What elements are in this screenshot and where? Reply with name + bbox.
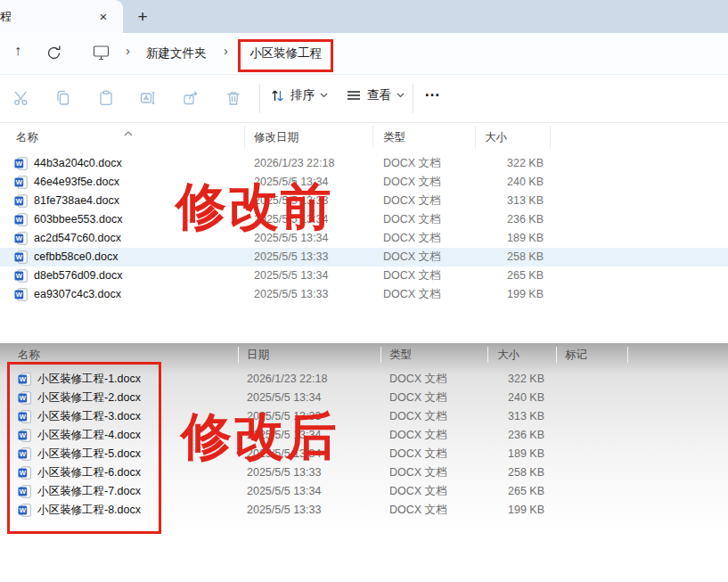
svg-text:W: W: [16, 291, 23, 299]
file-size: 322 KB: [476, 154, 551, 173]
refresh-icon[interactable]: [45, 45, 62, 65]
file-row[interactable]: W小区装修工程-2.docx2025/5/5 13:34DOCX 文档240 K…: [0, 389, 728, 407]
word-file-icon: W: [14, 213, 28, 226]
svg-text:W: W: [20, 413, 27, 421]
toolbar-divider: [259, 84, 260, 113]
address-bar: ↑ › 新建文件夹 › 小区装修工程: [0, 33, 728, 75]
word-file-icon: W: [18, 410, 31, 423]
file-name: 小区装修工程-4.docx: [37, 426, 141, 445]
file-type: DOCX 文档: [373, 154, 476, 173]
file-date: 2025/5/5 13:33: [245, 248, 373, 266]
column-header-date[interactable]: 日期: [239, 347, 381, 363]
file-row[interactable]: W小区装修工程-8.docx2025/5/5 13:33DOCX 文档199 K…: [0, 501, 728, 520]
svg-text:W: W: [16, 197, 23, 205]
file-tags: [557, 445, 628, 463]
file-row[interactable]: W小区装修工程-4.docx2025/5/5 13:34DOCX 文档236 K…: [0, 426, 728, 445]
breadcrumb-chevron-icon: ›: [126, 43, 130, 58]
file-date: 2025/5/5 13:33: [239, 501, 381, 520]
command-toolbar: 排序 查看 …: [0, 75, 728, 123]
tab-bar: 程 × +: [0, 0, 728, 33]
file-explorer-window: 程 × + ↑ › 新建文件夹 › 小区装修工程: [0, 0, 728, 582]
file-date: 2025/5/5 13:34: [245, 266, 373, 285]
file-date: 2025/5/5 13:34: [239, 445, 381, 463]
file-tags: [557, 426, 628, 445]
file-row[interactable]: Wea9307c4c3.docx2025/5/5 13:33DOCX 文档199…: [0, 285, 728, 304]
column-header-size[interactable]: 大小: [476, 126, 551, 149]
svg-text:W: W: [16, 253, 23, 261]
column-header-name[interactable]: 名称: [0, 347, 239, 363]
copy-icon[interactable]: [54, 89, 72, 107]
tab-title: 程: [0, 9, 11, 25]
column-header-tags[interactable]: 标记: [557, 347, 628, 363]
new-tab-button[interactable]: +: [131, 5, 154, 29]
cut-icon[interactable]: [12, 89, 30, 107]
file-name: 小区装修工程-3.docx: [37, 407, 141, 426]
file-row[interactable]: W小区装修工程-6.docx2025/5/5 13:33DOCX 文档258 K…: [0, 463, 728, 482]
column-header-name[interactable]: 名称: [0, 126, 245, 149]
file-row[interactable]: Wcefbb58ce0.docx2025/5/5 13:33DOCX 文档258…: [0, 248, 728, 266]
explorer-tab[interactable]: 程 ×: [0, 0, 123, 33]
file-tags: [557, 501, 628, 520]
file-type: DOCX 文档: [373, 173, 476, 192]
paste-icon[interactable]: [97, 89, 115, 107]
breadcrumb-chevron-icon: ›: [224, 43, 228, 58]
sort-button[interactable]: 排序: [270, 87, 328, 103]
file-row[interactable]: W81fe738ae4.docx2025/5/5 13:33DOCX 文档313…: [0, 192, 728, 210]
file-row[interactable]: W603bbee553.docx2025/5/5 13:34DOCX 文档236…: [0, 210, 728, 229]
file-type: DOCX 文档: [381, 482, 488, 501]
rename-icon[interactable]: [139, 89, 157, 107]
breadcrumb-folder[interactable]: 新建文件夹: [146, 45, 207, 61]
file-row[interactable]: Wac2d547c60.docx2025/5/5 13:34DOCX 文档189…: [0, 229, 728, 248]
file-row[interactable]: W小区装修工程-1.docx2026/1/23 22:18DOCX 文档322 …: [0, 370, 728, 389]
up-icon[interactable]: ↑: [8, 43, 28, 59]
more-options-button[interactable]: …: [424, 82, 441, 101]
delete-icon[interactable]: [225, 89, 242, 107]
file-name-cell: W小区装修工程-2.docx: [0, 389, 239, 407]
file-name: 小区装修工程-1.docx: [37, 370, 141, 389]
file-size: 322 KB: [488, 370, 557, 389]
file-type: DOCX 文档: [373, 248, 476, 266]
word-file-icon: W: [18, 373, 31, 386]
file-row[interactable]: W46e4e93f5e.docx2025/5/5 13:34DOCX 文档240…: [0, 173, 728, 192]
file-row[interactable]: W小区装修工程-5.docx2025/5/5 13:34DOCX 文档189 K…: [0, 445, 728, 463]
close-tab-icon[interactable]: ×: [93, 6, 114, 27]
file-date: 2025/5/5 13:34: [245, 173, 373, 192]
bottom-list-header: 名称 日期 类型 大小 标记: [0, 347, 628, 363]
word-file-icon: W: [14, 157, 28, 170]
file-name-cell: W81fe738ae4.docx: [0, 192, 245, 210]
sort-ascending-icon: [124, 124, 133, 140]
file-tags: [557, 482, 628, 501]
file-row[interactable]: W小区装修工程-3.docx2025/5/5 13:33DOCX 文档313 K…: [0, 407, 728, 426]
file-date: 2025/5/5 13:34: [239, 482, 381, 501]
view-button[interactable]: 查看: [346, 87, 405, 103]
file-row[interactable]: W44b3a204c0.docx2026/1/23 22:18DOCX 文档32…: [0, 154, 728, 173]
file-name-cell: W小区装修工程-7.docx: [0, 482, 239, 501]
file-row[interactable]: Wd8eb576d09.docx2025/5/5 13:34DOCX 文档265…: [0, 266, 728, 285]
this-pc-icon[interactable]: [93, 45, 110, 64]
file-type: DOCX 文档: [381, 501, 488, 520]
word-file-icon: W: [18, 447, 31, 461]
word-file-icon: W: [14, 194, 28, 208]
view-lines-icon: [346, 88, 362, 102]
file-name: 44b3a204c0.docx: [34, 154, 122, 173]
column-header-type[interactable]: 类型: [373, 126, 476, 149]
file-size: 199 KB: [488, 501, 557, 520]
column-header-date-modified[interactable]: 修改日期: [245, 126, 373, 149]
column-header-type[interactable]: 类型: [381, 347, 488, 363]
file-row[interactable]: W小区装修工程-7.docx2025/5/5 13:34DOCX 文档265 K…: [0, 482, 728, 501]
file-size: 258 KB: [488, 463, 557, 482]
file-date: 2025/5/5 13:33: [239, 463, 381, 482]
file-name-cell: W小区装修工程-1.docx: [0, 370, 239, 389]
file-name: 小区装修工程-6.docx: [37, 463, 141, 482]
file-size: 189 KB: [488, 445, 557, 463]
column-header-size[interactable]: 大小: [488, 347, 557, 363]
breadcrumb-current-folder[interactable]: 小区装修工程: [238, 39, 333, 72]
file-type: DOCX 文档: [381, 389, 488, 407]
file-name-cell: W小区装修工程-3.docx: [0, 407, 239, 426]
svg-text:W: W: [16, 178, 23, 186]
file-date: 2025/5/5 13:34: [239, 389, 381, 407]
svg-text:W: W: [16, 216, 23, 224]
svg-text:W: W: [20, 469, 27, 477]
word-file-icon: W: [14, 288, 28, 301]
share-icon[interactable]: [182, 89, 200, 107]
